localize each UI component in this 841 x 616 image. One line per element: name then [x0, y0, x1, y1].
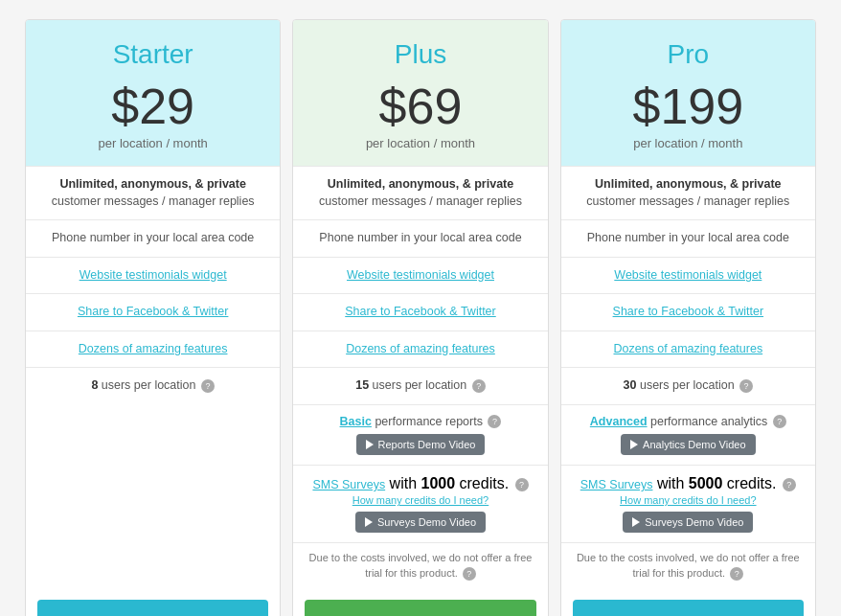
report-help-icon-plus[interactable]: ?: [488, 415, 501, 428]
surveys-play-icon-pro: [632, 517, 640, 527]
amazing-link-plus[interactable]: Dozens of amazing features: [346, 342, 495, 355]
feature-amazing-starter[interactable]: Dozens of amazing features: [26, 331, 280, 368]
plan-card-plus: Plus $69 per location / month Unlimited,…: [292, 19, 548, 616]
feature-users-pro: 30 users per location ?: [561, 367, 815, 404]
amazing-link-starter[interactable]: Dozens of amazing features: [79, 342, 228, 355]
users-help-icon-pro[interactable]: ?: [739, 379, 753, 393]
play-icon-pro: [630, 440, 638, 449]
sms-credits-pro: 5000: [689, 475, 723, 491]
plan-header-plus: Plus $69 per location / month: [293, 20, 547, 166]
report-help-icon-pro[interactable]: ?: [773, 415, 786, 428]
pricing-container: Starter $29 per location / month Unlimit…: [19, 19, 822, 616]
report-link-plus[interactable]: Basic: [340, 415, 372, 428]
feature-amazing-plus[interactable]: Dozens of amazing features: [293, 331, 547, 368]
cta-button-starter[interactable]: Start FREE Trial: [37, 600, 268, 616]
feature-amazing-pro[interactable]: Dozens of amazing features: [561, 331, 815, 368]
sms-link-pro[interactable]: SMS Surveys: [580, 478, 653, 491]
reports-video-label-plus: Reports Demo Video: [378, 439, 476, 450]
feature-facebook-pro[interactable]: Share to Facebook & Twitter: [561, 293, 815, 331]
sms-credits-plus: 1000: [420, 475, 455, 491]
plan-title-starter: Starter: [41, 39, 264, 70]
users-help-icon-plus[interactable]: ?: [472, 379, 486, 393]
facebook-link-plus[interactable]: Share to Facebook & Twitter: [345, 305, 496, 318]
play-icon-plus: [366, 440, 374, 449]
feature-users-starter: 8 users per location ?: [26, 367, 280, 404]
sms-link-plus[interactable]: SMS Surveys: [312, 478, 385, 491]
plan-price-plus: $69: [308, 80, 532, 134]
widget-link-starter[interactable]: Website testimonials widget: [80, 268, 227, 282]
sms-text-plus: SMS Surveys with 1000 credits. ? How man…: [308, 475, 532, 506]
feature-widget-plus[interactable]: Website testimonials widget: [293, 257, 547, 294]
plan-title-pro: Pro: [577, 39, 800, 70]
report-text-pro: Advanced performance analytics ?: [577, 415, 800, 429]
plan-card-pro: Pro $199 per location / month Unlimited,…: [560, 19, 816, 616]
how-many-credits-link-pro[interactable]: How many credits do I need?: [577, 494, 800, 506]
reports-video-btn-pro[interactable]: Analytics Demo Video: [621, 434, 755, 455]
surveys-video-label-plus: Surveys Demo Video: [377, 516, 476, 528]
plan-features-plus: Unlimited, anonymous, & privatecustomer …: [293, 166, 547, 588]
feature-phone-pro: Phone number in your local area code: [561, 219, 815, 257]
cta-button-plus[interactable]: Buy Now: [305, 600, 535, 616]
feature-phone-starter: Phone number in your local area code: [26, 219, 280, 257]
cta-button-pro[interactable]: Buy Now: [573, 600, 804, 616]
free-trial-note-plus: Due to the costs involved, we do not off…: [293, 542, 547, 588]
feature-users-plus: 15 users per location ?: [293, 367, 547, 404]
feature-widget-starter[interactable]: Website testimonials widget: [26, 257, 280, 294]
facebook-link-pro[interactable]: Share to Facebook & Twitter: [613, 305, 764, 318]
surveys-play-icon-plus: [365, 517, 373, 527]
trial-note-help-icon-plus[interactable]: ?: [463, 567, 476, 581]
plan-period-starter: per location / month: [41, 136, 264, 150]
surveys-video-btn-pro[interactable]: Surveys Demo Video: [623, 512, 753, 533]
trial-note-help-icon-pro[interactable]: ?: [730, 567, 743, 581]
reports-video-label-pro: Analytics Demo Video: [643, 439, 745, 450]
how-many-credits-link-plus[interactable]: How many credits do I need?: [308, 494, 532, 506]
surveys-video-label-pro: Surveys Demo Video: [645, 516, 743, 528]
plan-header-pro: Pro $199 per location / month: [561, 20, 815, 166]
report-link-pro[interactable]: Advanced: [590, 415, 648, 428]
plan-price-pro: $199: [577, 80, 800, 134]
feature-sms-pro: SMS Surveys with 5000 credits. ? How man…: [561, 465, 815, 542]
sms-help-icon-pro[interactable]: ?: [783, 478, 796, 491]
free-trial-note-pro: Due to the costs involved, we do not off…: [561, 542, 815, 588]
feature-sms-plus: SMS Surveys with 1000 credits. ? How man…: [293, 465, 547, 542]
plan-price-starter: $29: [41, 80, 264, 134]
amazing-link-pro[interactable]: Dozens of amazing features: [614, 342, 763, 355]
widget-link-plus[interactable]: Website testimonials widget: [347, 268, 494, 282]
feature-phone-plus: Phone number in your local area code: [293, 219, 547, 257]
sms-text-pro: SMS Surveys with 5000 credits. ? How man…: [577, 475, 800, 506]
feature-facebook-plus[interactable]: Share to Facebook & Twitter: [293, 293, 547, 331]
feature-unlimited-plus: Unlimited, anonymous, & privatecustomer …: [293, 166, 547, 219]
plan-features-starter: Unlimited, anonymous, & privatecustomer …: [26, 166, 280, 588]
report-text-plus: Basic performance reports ?: [308, 415, 532, 429]
feature-reports-pro: Advanced performance analytics ? Analyti…: [561, 404, 815, 466]
users-help-icon-starter[interactable]: ?: [201, 379, 215, 393]
plan-title-plus: Plus: [308, 39, 532, 70]
surveys-video-btn-plus[interactable]: Surveys Demo Video: [355, 512, 486, 533]
plan-header-starter: Starter $29 per location / month: [26, 20, 280, 166]
feature-unlimited-pro: Unlimited, anonymous, & privatecustomer …: [561, 166, 815, 219]
feature-unlimited-starter: Unlimited, anonymous, & privatecustomer …: [26, 166, 280, 219]
feature-widget-pro[interactable]: Website testimonials widget: [561, 257, 815, 294]
facebook-link-starter[interactable]: Share to Facebook & Twitter: [78, 305, 229, 318]
feature-facebook-starter[interactable]: Share to Facebook & Twitter: [26, 293, 280, 331]
plan-period-plus: per location / month: [308, 136, 532, 150]
plan-card-starter: Starter $29 per location / month Unlimit…: [25, 19, 281, 616]
sms-help-icon-plus[interactable]: ?: [515, 478, 529, 491]
reports-video-btn-plus[interactable]: Reports Demo Video: [356, 434, 486, 455]
widget-link-pro[interactable]: Website testimonials widget: [614, 268, 761, 282]
plan-period-pro: per location / month: [577, 136, 800, 150]
plan-features-pro: Unlimited, anonymous, & privatecustomer …: [561, 166, 815, 588]
feature-reports-plus: Basic performance reports ? Reports Demo…: [293, 404, 547, 466]
